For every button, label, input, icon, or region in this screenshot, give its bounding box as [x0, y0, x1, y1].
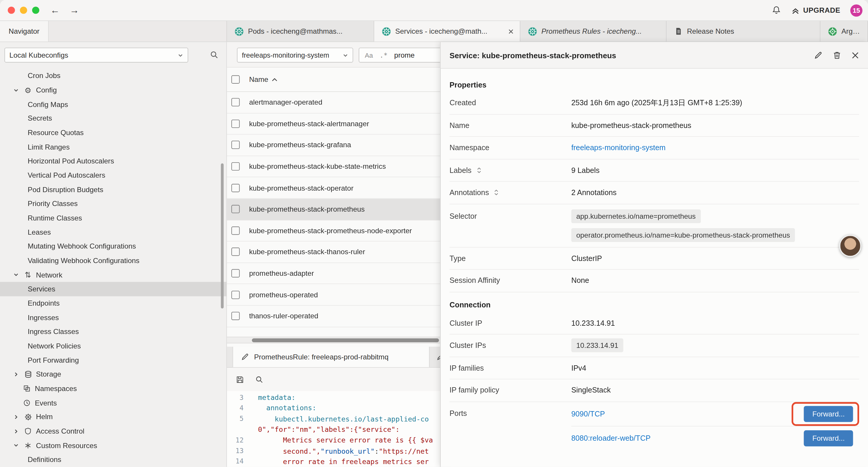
row-checkbox[interactable]	[231, 291, 240, 299]
close-window-button[interactable]	[8, 6, 15, 13]
port-link[interactable]: 9090/TCP	[571, 410, 605, 418]
sidebar-item-config-maps[interactable]: Config Maps	[0, 97, 226, 111]
port-link[interactable]: 8080:reloader-web/TCP	[571, 434, 651, 442]
tab-services-active[interactable]: Services - icecheng@math...	[374, 21, 521, 41]
forward-button[interactable]: Forward...	[804, 430, 853, 446]
upgrade-button[interactable]: UPGRADE	[791, 6, 840, 15]
close-tab-icon[interactable]	[507, 28, 514, 35]
minimize-window-button[interactable]	[20, 6, 27, 13]
chevron-down-icon	[13, 272, 20, 278]
kubeconfig-selector[interactable]: Local Kubeconfigs	[4, 48, 188, 63]
search-icon[interactable]	[210, 51, 219, 59]
sidebar-item-vertical-pod-autoscalers[interactable]: Vertical Pod Autoscalers	[0, 168, 226, 182]
network-icon: ⇅	[23, 271, 33, 279]
row-checkbox[interactable]	[231, 269, 240, 278]
row-checkbox[interactable]	[231, 183, 240, 192]
sidebar-item-runtime-classes[interactable]: Runtime Classes	[0, 211, 226, 225]
sidebar-item-priority-classes[interactable]: Priority Classes	[0, 197, 226, 211]
row-label: Ports	[450, 402, 571, 417]
service-name: kube-prometheus-stack-alertmanager	[249, 120, 369, 128]
sidebar-item-custom-resources[interactable]: Custom Resources	[0, 438, 226, 453]
sidebar-item-mutating-webhook-configurations[interactable]: Mutating Webhook Configurations	[0, 239, 226, 254]
tab-argo[interactable]: Argo Se	[820, 21, 868, 41]
sidebar-item-label: Resource Quotas	[28, 128, 84, 137]
sidebar-item-validating-webhook-configurations[interactable]: Validating Webhook Configurations	[0, 254, 226, 268]
nav-back-button[interactable]: ←	[51, 5, 60, 16]
sidebar-item-endpoints[interactable]: Endpoints	[0, 296, 226, 310]
sidebar-item-resource-quotas[interactable]: Resource Quotas	[0, 126, 226, 140]
drawer-row-session-affinity: Session Affinity None	[450, 269, 859, 292]
service-name: thanos-ruler-operated	[249, 312, 318, 320]
row-value: 253d 16h 6m ago (2025年1月13日 GMT+8 1:25:3…	[571, 98, 859, 108]
sidebar-item-services[interactable]: Services	[0, 282, 226, 296]
expander-icon[interactable]	[476, 167, 482, 174]
sidebar-item-secrets[interactable]: Secrets	[0, 111, 226, 126]
sidebar-item-config[interactable]: ⚙ Config	[0, 83, 226, 97]
bell-icon[interactable]	[772, 6, 781, 15]
drawer-row-ip-families: IP families IPv4	[450, 357, 859, 380]
service-name: kube-prometheus-stack-operator	[249, 183, 353, 192]
namespace-filter-dropdown[interactable]: freeleaps-monitoring-system	[237, 48, 353, 63]
nav-forward-button[interactable]: →	[70, 5, 79, 16]
row-checkbox[interactable]	[231, 120, 240, 128]
section-heading-connection: Connection	[450, 298, 859, 312]
forward-button[interactable]: Forward...	[804, 406, 853, 421]
sidebar-item-definitions[interactable]: Definitions	[0, 453, 226, 467]
sidebar-item-network-policies[interactable]: Network Policies	[0, 339, 226, 353]
presence-avatar[interactable]	[839, 235, 862, 257]
sidebar-item-ingress-classes[interactable]: Ingress Classes	[0, 324, 226, 339]
kubernetes-icon	[382, 27, 391, 36]
row-label: Namespace	[450, 144, 571, 152]
sidebar-item-network[interactable]: ⇅ Network	[0, 268, 226, 282]
row-checkbox[interactable]	[231, 312, 240, 320]
select-all-checkbox[interactable]	[231, 76, 240, 84]
line-number: 4	[227, 404, 251, 412]
sidebar-item-port-forwarding[interactable]: Port Forwarding	[0, 353, 226, 367]
row-checkbox[interactable]	[231, 205, 240, 213]
sidebar-item-storage[interactable]: Storage	[0, 367, 226, 381]
close-icon[interactable]	[851, 51, 859, 59]
notification-count-badge[interactable]: 15	[850, 4, 862, 16]
regex-toggle[interactable]: .*	[380, 51, 388, 59]
sidebar-item-leases[interactable]: Leases	[0, 225, 226, 239]
sidebar-item-label: Runtime Classes	[28, 214, 82, 222]
row-value: 2 Annotations	[571, 188, 859, 197]
namespace-link[interactable]: freeleaps-monitoring-system	[571, 144, 665, 152]
sidebar-item-label: Priority Classes	[28, 200, 78, 208]
row-label: Selector	[450, 209, 571, 220]
sidebar-item-pod-disruption-budgets[interactable]: Pod Disruption Budgets	[0, 182, 226, 197]
row-checkbox[interactable]	[231, 162, 240, 171]
sidebar-item-limit-ranges[interactable]: Limit Ranges	[0, 140, 226, 154]
sidebar-item-events[interactable]: Events	[0, 396, 226, 410]
row-checkbox[interactable]	[231, 98, 240, 107]
tab-prometheus-rules[interactable]: Prometheus Rules - icecheng...	[520, 21, 666, 41]
section-heading-properties: Properties	[450, 78, 859, 92]
sidebar-item-access-control[interactable]: Access Control	[0, 424, 226, 438]
sidebar-item-ingresses[interactable]: Ingresses	[0, 310, 226, 324]
zoom-window-button[interactable]	[32, 6, 39, 13]
search-icon[interactable]	[255, 375, 264, 383]
tab-pods[interactable]: Pods - icecheng@mathmas...	[227, 21, 374, 41]
sidebar-item-horizontal-pod-autoscalers[interactable]: Horizontal Pod Autoscalers	[0, 154, 226, 168]
sidebar-item-namespaces[interactable]: Namespaces	[0, 382, 226, 396]
dock-tab-prometheusrule[interactable]: PrometheusRule: freeleaps-prod-rabbitmq	[232, 347, 430, 367]
save-icon[interactable]	[236, 375, 244, 383]
navigator-header-cell: Navigator	[0, 21, 227, 41]
pencil-icon[interactable]	[814, 51, 823, 59]
sidebar-item-helm[interactable]: Helm	[0, 410, 226, 424]
sort-caret-icon	[272, 78, 277, 81]
trash-icon[interactable]	[833, 51, 841, 59]
tab-release-notes[interactable]: Release Notes	[666, 21, 820, 41]
horizontal-scrollbar-thumb[interactable]	[252, 339, 439, 342]
row-checkbox[interactable]	[231, 141, 240, 149]
titlebar: ← → UPGRADE 15	[0, 0, 868, 21]
sidebar-scrollbar[interactable]	[221, 164, 224, 309]
column-header-name[interactable]: Name	[249, 76, 277, 84]
match-case-toggle[interactable]: Aa	[365, 51, 373, 59]
drawer-row-labels: Labels 9 Labels	[450, 159, 859, 182]
row-checkbox[interactable]	[231, 248, 240, 256]
sidebar-item-cron-jobs[interactable]: Cron Jobs	[0, 68, 226, 83]
row-checkbox[interactable]	[231, 226, 240, 235]
expander-icon[interactable]	[493, 189, 500, 196]
drawer-row-annotations: Annotations 2 Annotations	[450, 182, 859, 204]
